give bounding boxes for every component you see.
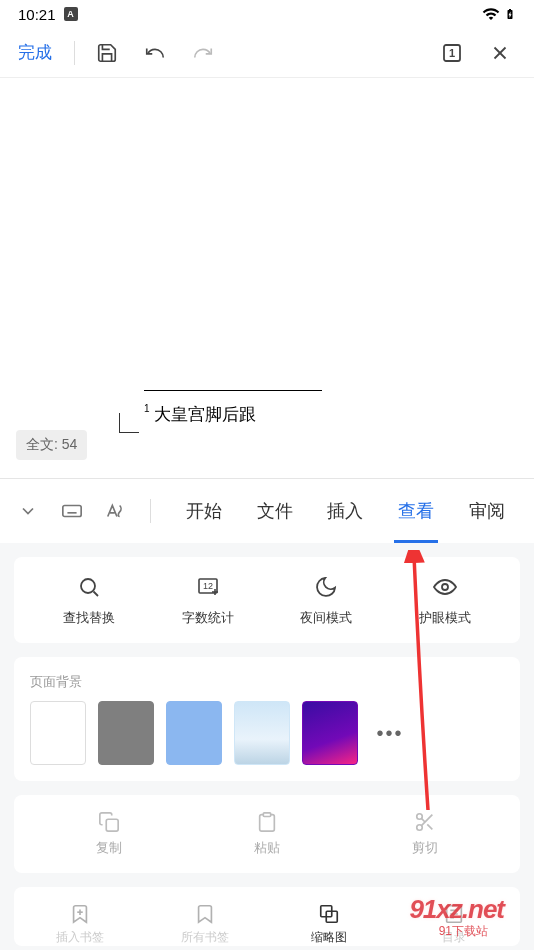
close-icon bbox=[489, 42, 511, 64]
svg-rect-16 bbox=[106, 819, 118, 831]
status-badge-a: A bbox=[64, 7, 78, 21]
done-button[interactable]: 完成 bbox=[18, 41, 52, 64]
copy-button[interactable]: 复制 bbox=[39, 811, 179, 857]
bg-swatch-sky[interactable] bbox=[234, 701, 290, 765]
status-bar: 10:21 A bbox=[0, 0, 534, 28]
paste-button[interactable]: 粘贴 bbox=[197, 811, 337, 857]
save-icon bbox=[96, 42, 118, 64]
bookmark-add-icon bbox=[69, 903, 91, 925]
insert-bookmark-button[interactable]: 插入书签 bbox=[21, 891, 139, 946]
separator bbox=[74, 41, 75, 65]
edit-card: 复制 粘贴 剪切 bbox=[14, 795, 520, 873]
bg-swatch-gray[interactable] bbox=[98, 701, 154, 765]
tab-row: 开始 文件 插入 查看 审阅 bbox=[0, 479, 534, 543]
tab-file[interactable]: 文件 bbox=[253, 479, 297, 543]
redo-icon bbox=[192, 42, 214, 64]
paste-icon bbox=[256, 811, 278, 833]
scissors-icon bbox=[414, 811, 436, 833]
document-canvas[interactable]: 1 大皇宫脚后跟 全文: 54 bbox=[0, 78, 534, 478]
svg-line-10 bbox=[94, 592, 99, 597]
moon-icon bbox=[314, 575, 338, 599]
status-time: 10:21 bbox=[18, 6, 56, 23]
night-mode-button[interactable]: 夜间模式 bbox=[267, 573, 386, 627]
svg-rect-17 bbox=[263, 813, 270, 817]
bg-swatch-purple[interactable] bbox=[302, 701, 358, 765]
redo-button[interactable] bbox=[187, 37, 219, 69]
thumbnail-icon bbox=[318, 903, 340, 925]
document-text: 1 大皇宫脚后跟 bbox=[144, 403, 256, 426]
toolbar: 完成 1 bbox=[0, 28, 534, 78]
battery-icon bbox=[504, 5, 516, 23]
close-button[interactable] bbox=[484, 37, 516, 69]
search-icon bbox=[77, 575, 101, 599]
bg-more-button[interactable]: ••• bbox=[370, 713, 410, 753]
find-replace-button[interactable]: 查找替换 bbox=[30, 573, 149, 627]
eye-icon bbox=[432, 575, 458, 599]
wifi-icon bbox=[482, 5, 500, 23]
bookmark-icon bbox=[194, 903, 216, 925]
svg-point-9 bbox=[81, 579, 95, 593]
thumbnail-button[interactable]: 缩略图 bbox=[270, 891, 388, 946]
tab-start[interactable]: 开始 bbox=[182, 479, 226, 543]
undo-button[interactable] bbox=[139, 37, 171, 69]
copy-icon bbox=[98, 811, 120, 833]
page-corner-mark bbox=[119, 413, 139, 433]
cut-button[interactable]: 剪切 bbox=[355, 811, 495, 857]
separator bbox=[150, 499, 151, 523]
watermark-sub: 91下载站 bbox=[439, 923, 488, 940]
tab-insert[interactable]: 插入 bbox=[323, 479, 367, 543]
handwriting-button[interactable] bbox=[100, 495, 132, 527]
page-count-button[interactable]: 1 bbox=[436, 37, 468, 69]
svg-point-15 bbox=[442, 584, 448, 590]
svg-text:12: 12 bbox=[203, 581, 213, 591]
bottom-panel: 开始 文件 插入 查看 审阅 查找替换 12 字数统计 夜间模式 bbox=[0, 478, 534, 950]
divider-line bbox=[144, 390, 322, 391]
panel-content: 查找替换 12 字数统计 夜间模式 护眼模式 页面背景 bbox=[0, 543, 534, 950]
collapse-panel-button[interactable] bbox=[12, 495, 44, 527]
chevron-down-icon bbox=[18, 501, 38, 521]
tab-review[interactable]: 审阅 bbox=[465, 479, 509, 543]
bg-swatch-blue[interactable] bbox=[166, 701, 222, 765]
wordcount-icon: 12 bbox=[195, 575, 221, 599]
save-button[interactable] bbox=[91, 37, 123, 69]
background-card: 页面背景 ••• bbox=[14, 657, 520, 781]
word-stats-button[interactable]: 12 字数统计 bbox=[149, 573, 268, 627]
background-title: 页面背景 bbox=[30, 673, 504, 691]
svg-line-21 bbox=[427, 824, 432, 829]
bg-swatch-white[interactable] bbox=[30, 701, 86, 765]
watermark: 91xz.net bbox=[409, 894, 504, 925]
svg-point-19 bbox=[417, 825, 423, 831]
tab-view[interactable]: 查看 bbox=[394, 479, 438, 543]
keyboard-button[interactable] bbox=[56, 495, 88, 527]
svg-rect-3 bbox=[63, 506, 81, 517]
all-bookmarks-button[interactable]: 所有书签 bbox=[146, 891, 264, 946]
undo-icon bbox=[144, 42, 166, 64]
tabs: 开始 文件 插入 查看 审阅 bbox=[169, 479, 522, 543]
svg-point-18 bbox=[417, 814, 423, 820]
handwriting-icon bbox=[105, 500, 127, 522]
keyboard-icon bbox=[61, 500, 83, 522]
eye-care-button[interactable]: 护眼模式 bbox=[386, 573, 505, 627]
word-count-badge[interactable]: 全文: 54 bbox=[16, 430, 87, 460]
tools-card: 查找替换 12 字数统计 夜间模式 护眼模式 bbox=[14, 557, 520, 643]
svg-line-22 bbox=[421, 818, 425, 822]
